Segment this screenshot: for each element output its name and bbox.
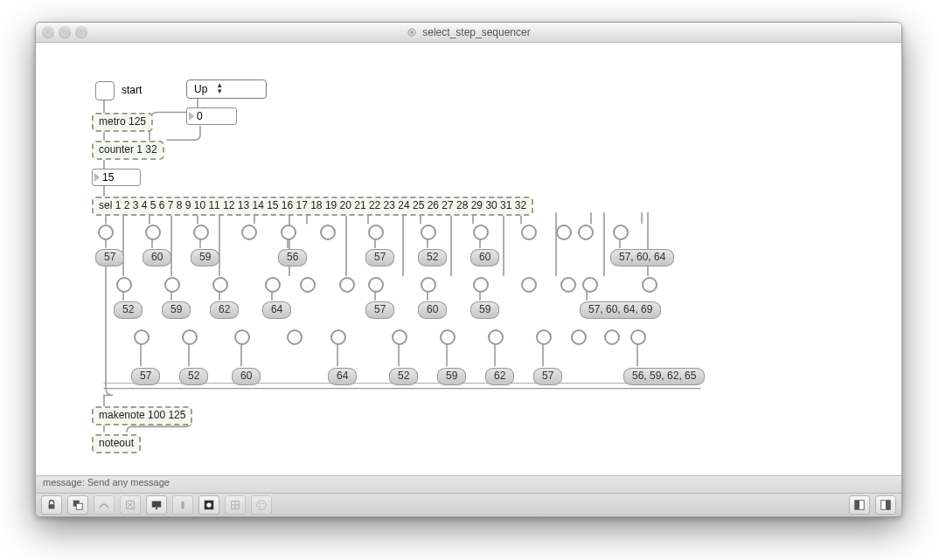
- bang-b12[interactable]: [630, 329, 646, 345]
- bang-20[interactable]: [521, 277, 537, 293]
- msg-r3-8[interactable]: 57: [533, 368, 562, 385]
- msg-r3-5[interactable]: 52: [389, 368, 418, 385]
- msg-r2-7[interactable]: 59: [470, 301, 499, 319]
- close-icon[interactable]: [43, 27, 53, 38]
- activity-button[interactable]: [198, 495, 219, 515]
- svg-rect-6: [152, 501, 162, 508]
- bang-21[interactable]: [556, 225, 572, 240]
- bang-15[interactable]: [421, 225, 436, 240]
- bang-25[interactable]: [613, 225, 629, 240]
- bang-19[interactable]: [521, 225, 537, 240]
- bang-b2[interactable]: [182, 329, 198, 345]
- bang-b7[interactable]: [440, 329, 456, 345]
- window-controls: [43, 27, 87, 38]
- bang-5[interactable]: [193, 225, 209, 240]
- presentation-button[interactable]: [146, 495, 167, 515]
- bang-17[interactable]: [473, 225, 489, 240]
- bang-2[interactable]: [116, 277, 132, 293]
- msg-r2-4[interactable]: 64: [262, 301, 291, 319]
- bang-b10[interactable]: [571, 329, 587, 345]
- phase-number[interactable]: 0: [186, 107, 237, 125]
- bang-b4[interactable]: [287, 329, 303, 345]
- bang-18[interactable]: [473, 277, 489, 293]
- bang-8[interactable]: [265, 277, 281, 293]
- bang-14[interactable]: [368, 277, 384, 293]
- msg-r3-9[interactable]: 56, 59, 62, 65: [623, 368, 705, 385]
- patcher-canvas[interactable]: start Up ▲▼ 0 metro 125 co: [36, 43, 901, 475]
- svg-point-0: [408, 29, 415, 36]
- obj-sel[interactable]: sel 1 2 3 4 5 6 7 8 9 10 11 12 13 14 15 …: [92, 197, 533, 216]
- zoom-out-button[interactable]: [849, 495, 870, 515]
- msg-r1-3[interactable]: 59: [191, 249, 219, 266]
- bang-26[interactable]: [642, 277, 657, 293]
- msg-r2-3[interactable]: 62: [210, 301, 239, 319]
- msg-r1-8[interactable]: 57, 60, 64: [610, 249, 674, 266]
- window-title-text: select_step_sequencer: [422, 26, 530, 38]
- window-titlebar[interactable]: select_step_sequencer: [36, 23, 901, 43]
- phase-number-value: 0: [197, 110, 203, 122]
- msg-r1-1[interactable]: 57: [95, 249, 124, 266]
- bang-24[interactable]: [582, 277, 598, 293]
- msg-r2-1[interactable]: 52: [114, 301, 143, 319]
- obj-counter[interactable]: counter 1 32: [92, 141, 164, 160]
- zoom-icon[interactable]: [76, 27, 87, 38]
- inspector-button[interactable]: [172, 495, 193, 515]
- bang-12[interactable]: [339, 277, 355, 293]
- bang-16[interactable]: [421, 277, 436, 293]
- msg-r3-6[interactable]: 59: [437, 368, 466, 385]
- msg-r2-2[interactable]: 59: [162, 301, 191, 319]
- bang-b11[interactable]: [604, 329, 620, 345]
- bang-23[interactable]: [578, 225, 594, 240]
- msg-r1-4[interactable]: 56: [278, 249, 307, 266]
- minimize-icon[interactable]: [59, 27, 70, 38]
- zoom-in-button[interactable]: [875, 495, 896, 515]
- palette-button[interactable]: [251, 495, 272, 515]
- lock-button[interactable]: [41, 495, 62, 515]
- bang-13[interactable]: [368, 225, 384, 240]
- msg-r1-2[interactable]: 60: [143, 249, 171, 266]
- msg-r2-6[interactable]: 60: [418, 301, 447, 319]
- msg-r2-8[interactable]: 57, 60, 64, 69: [580, 301, 661, 319]
- bang-7[interactable]: [241, 225, 257, 240]
- msg-r3-3[interactable]: 60: [232, 368, 261, 385]
- msg-r3-4[interactable]: 64: [328, 368, 357, 385]
- new-view-button[interactable]: [67, 495, 88, 515]
- bang-9[interactable]: [281, 225, 296, 240]
- obj-metro[interactable]: metro 125: [92, 113, 153, 132]
- current-step-number[interactable]: 15: [92, 169, 141, 186]
- svg-rect-2: [49, 504, 55, 508]
- bang-22[interactable]: [560, 277, 576, 293]
- svg-rect-17: [886, 501, 890, 510]
- bang-b8[interactable]: [488, 329, 504, 345]
- svg-rect-7: [156, 508, 157, 510]
- bang-b1[interactable]: [134, 329, 150, 345]
- bang-b5[interactable]: [330, 329, 346, 345]
- bang-b6[interactable]: [392, 329, 407, 345]
- svg-rect-8: [181, 501, 184, 509]
- bang-10[interactable]: [300, 277, 316, 293]
- svg-point-10: [206, 502, 211, 507]
- bang-6[interactable]: [212, 277, 228, 293]
- msg-r3-7[interactable]: 62: [485, 368, 514, 385]
- bang-b3[interactable]: [234, 329, 250, 345]
- pathway-button[interactable]: [94, 495, 115, 515]
- msg-r1-7[interactable]: 60: [470, 249, 499, 266]
- bang-1[interactable]: [98, 225, 114, 240]
- msg-r3-1[interactable]: 57: [131, 368, 160, 385]
- direction-menu[interactable]: Up ▲▼: [186, 80, 267, 99]
- numbox-triangle-icon: [94, 173, 100, 182]
- grid-button[interactable]: [225, 495, 246, 515]
- bang-11[interactable]: [320, 225, 336, 240]
- svg-rect-4: [76, 503, 82, 509]
- obj-noteout[interactable]: noteout: [92, 434, 141, 453]
- msg-r3-2[interactable]: 52: [179, 368, 208, 385]
- toggle-start[interactable]: [95, 81, 115, 100]
- bang-b9[interactable]: [536, 329, 552, 345]
- msg-r1-5[interactable]: 57: [365, 249, 394, 266]
- bang-4[interactable]: [164, 277, 180, 293]
- msg-r2-5[interactable]: 57: [365, 301, 394, 319]
- obj-makenote[interactable]: makenote 100 125: [92, 406, 192, 425]
- clear-button[interactable]: [120, 495, 141, 515]
- msg-r1-6[interactable]: 52: [418, 249, 447, 266]
- bang-3[interactable]: [145, 225, 161, 240]
